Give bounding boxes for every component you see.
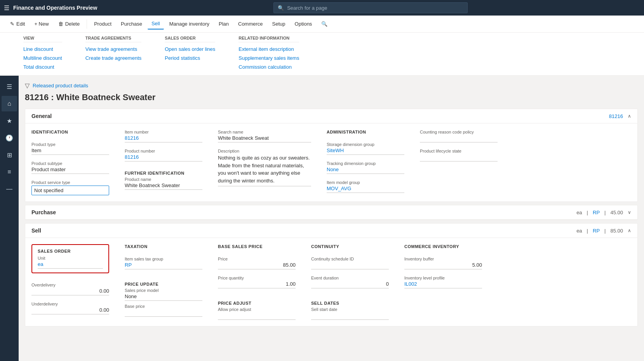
sell-section-header[interactable]: Sell ea | RP | 85.00 ∧ (25, 224, 637, 238)
period-statistics-item[interactable]: Period statistics (165, 54, 215, 62)
sidebar-grid-icon[interactable]: ⊞ (2, 147, 17, 163)
search-icon: 🔍 (278, 5, 284, 11)
item-number-group: Item number 81216 Product number 81216 F… (125, 130, 202, 195)
breadcrumb[interactable]: Released product details (33, 83, 88, 89)
main-content: ▽ Released product details 81216 : White… (19, 76, 644, 361)
setup-button[interactable]: Setup (268, 19, 289, 29)
sell-section: Sell ea | RP | 85.00 ∧ SALES ORDER (25, 223, 638, 326)
commission-calculation-item[interactable]: Commission calculation (238, 63, 299, 71)
search-name-field: Search name White Boatneck Sweat (218, 130, 311, 142)
item-number-field: Item number 81216 (125, 130, 202, 142)
event-duration-field: Event duration 0 (311, 276, 389, 288)
base-price-field: Base price (125, 304, 202, 317)
delete-icon: 🗑 (58, 21, 63, 27)
new-button[interactable]: + New (30, 19, 52, 29)
separator-1 (87, 19, 87, 29)
command-bar: ✎ Edit + New 🗑 Delete Product Purchase S… (0, 16, 644, 33)
plan-button[interactable]: Plan (215, 19, 233, 29)
create-trade-agreements-item[interactable]: Create trade agreements (85, 54, 142, 62)
options-button[interactable]: Options (291, 19, 316, 29)
sell-separator2: | (604, 228, 606, 234)
hamburger-icon[interactable]: ☰ (4, 4, 9, 12)
product-lifecycle-state-field: Product lifecycle state (420, 149, 498, 161)
purchase-separator2: | (604, 210, 606, 215)
general-chevron-icon: ∧ (628, 113, 631, 119)
product-subtype-field: Product subtype Product master (31, 161, 109, 174)
sidebar-clock-icon[interactable]: 🕐 (2, 130, 17, 146)
product-type-field: Product type Item (31, 142, 109, 155)
taxation-group: TAXATION Item sales tax group RP PRICE U… (125, 244, 202, 320)
sell-button[interactable]: Sell (148, 18, 164, 30)
purchase-section-right: ea | RP | 45.00 ∨ (576, 210, 631, 215)
search-cmd-icon: 🔍 (321, 21, 327, 27)
purchase-button[interactable]: Purchase (117, 19, 146, 29)
manage-inventory-button[interactable]: Manage inventory (165, 19, 213, 29)
total-discount-item[interactable]: Total discount (23, 63, 62, 71)
purchase-chevron-icon: ∨ (628, 210, 631, 215)
sidebar-home-icon[interactable]: ⌂ (2, 96, 17, 111)
app-title: Finance and Operations Preview (13, 5, 97, 11)
product-service-type-field: Product service type Not specified (31, 180, 109, 195)
description-group: Search name White Boatneck Sweat Descrip… (218, 130, 311, 195)
external-item-description-item[interactable]: External item description (238, 45, 299, 53)
sidebar-star-icon[interactable]: ★ (2, 113, 17, 128)
overdelivery-field: Overdelivery 0.00 (31, 283, 109, 295)
commerce-inventory-group: COMMERCE INVENTORY Inventory buffer 5.00… (404, 244, 482, 320)
sidebar-collapse-icon[interactable]: — (2, 181, 17, 197)
counting-reason-code-field: Counting reason code policy (420, 130, 498, 142)
filter-bar: ▽ Released product details (25, 82, 638, 89)
multiline-discount-item[interactable]: Multiline discount (23, 54, 62, 62)
sell-chevron-icon: ∧ (628, 228, 631, 233)
edit-button[interactable]: ✎ Edit (6, 19, 29, 29)
sidebar-list-icon[interactable]: ≡ (2, 164, 17, 180)
storage-dimension-group-field: Storage dimension group SiteWH (327, 142, 404, 155)
continuity-schedule-id-field: Continuity schedule ID (311, 257, 389, 269)
counting-reason-group: Counting reason code policy Product life… (420, 130, 498, 195)
inventory-level-profile-field: Inventory level profile IL002 (404, 276, 482, 288)
edit-icon: ✎ (10, 21, 14, 27)
purchase-section: Purchase ea | RP | 45.00 ∨ (25, 205, 638, 220)
product-button[interactable]: Product (90, 19, 115, 29)
base-sales-price-group: BASE SALES PRICE Price 85.00 Price quant… (218, 244, 296, 320)
identification-group: IDENTIFICATION Product type Item Product… (31, 130, 109, 195)
sales-order-box: SALES ORDER Unit ea (31, 244, 109, 273)
sell-dropdown-menu: View Line discount Multiline discount To… (0, 33, 644, 76)
sell-sales-order-section: Sales order Open sales order lines Perio… (165, 36, 215, 71)
filter-icon[interactable]: ▽ (25, 82, 30, 89)
sales-price-model-field: Sales price model None (125, 288, 202, 301)
inventory-buffer-field: Inventory buffer 5.00 (404, 257, 482, 269)
sidebar-hamburger-icon[interactable]: ☰ (2, 79, 17, 94)
sell-section-body: SALES ORDER Unit ea Overdelivery 0.00 Un… (25, 238, 637, 326)
price-quantity-field: Price quantity 1.00 (218, 276, 296, 288)
general-section-header[interactable]: General 81216 ∧ (25, 109, 637, 123)
sell-section-right: ea | RP | 85.00 ∧ (576, 228, 631, 234)
sell-view-section: View Line discount Multiline discount To… (23, 36, 62, 71)
general-section: General 81216 ∧ IDENTIFICATION Product t… (25, 109, 638, 202)
continuity-group: CONTINUITY Continuity schedule ID Event … (311, 244, 389, 320)
search-command-button[interactable]: 🔍 (317, 19, 331, 29)
sales-order-group: SALES ORDER Unit ea Overdelivery 0.00 Un… (31, 244, 109, 320)
view-trade-agreements-item[interactable]: View trade agreements (85, 45, 142, 53)
purchase-section-header[interactable]: Purchase ea | RP | 45.00 ∨ (25, 205, 637, 220)
supplementary-sales-items-item[interactable]: Supplementary sales items (238, 54, 299, 62)
layout: ☰ ⌂ ★ 🕐 ⊞ ≡ — ▽ Released product details… (0, 76, 644, 361)
search-placeholder: Search for a page (287, 5, 327, 11)
page-title: 81216 : White Boatneck Sweater (25, 92, 638, 102)
line-discount-item[interactable]: Line discount (23, 45, 62, 53)
administration-group: ADMINISTRATION Storage dimension group S… (327, 130, 404, 195)
general-section-right: 81216 ∧ (609, 113, 631, 119)
sell-trade-agreements-section: Trade agreements View trade agreements C… (85, 36, 142, 71)
description-field: Description Nothing is quite as cozy as … (218, 149, 311, 186)
sell-start-date-field: Sell start date (311, 307, 389, 320)
price-field: Price 85.00 (218, 257, 296, 269)
item-model-group-field: Item model group MOV_AVG (327, 180, 404, 193)
delete-button[interactable]: 🗑 Delete (54, 19, 84, 29)
product-name-field: Product name White Boatneck Sweater (125, 177, 202, 190)
commerce-button[interactable]: Commerce (234, 19, 267, 29)
search-bar[interactable]: 🔍 Search for a page (273, 2, 468, 13)
item-sales-tax-group-field: Item sales tax group RP (125, 257, 202, 269)
open-sales-order-lines-item[interactable]: Open sales order lines (165, 45, 215, 53)
allow-price-adjust-field: Allow price adjust (218, 307, 296, 320)
purchase-separator: | (587, 210, 588, 215)
sell-related-information-section: Related information External item descri… (238, 36, 299, 71)
